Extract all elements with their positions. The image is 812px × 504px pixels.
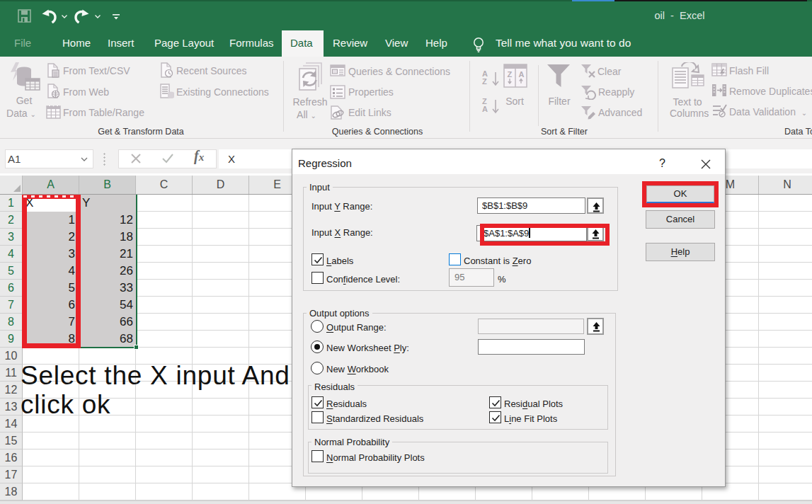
svg-text:A: A [519,70,525,79]
svg-text:Z: Z [508,70,513,79]
